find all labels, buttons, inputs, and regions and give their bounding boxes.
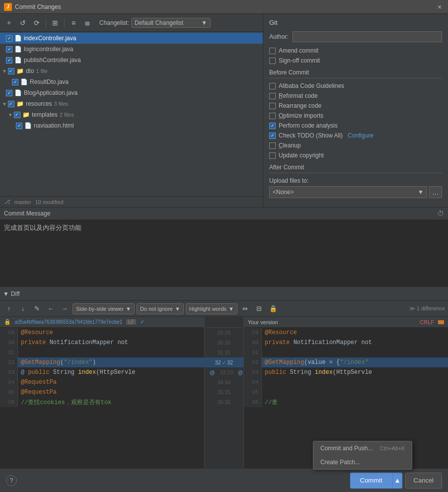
line-content: @Resource (18, 329, 204, 336)
line-number: 29 (244, 328, 262, 338)
reformat-checkbox[interactable] (269, 93, 276, 99)
bottom-right: Commit and Push... Ctrl+Alt+K Create Pat… (350, 473, 442, 489)
diff-title-label: Diff (11, 290, 20, 297)
lock-icon[interactable]: 🔒 (267, 303, 279, 314)
amend-commit-checkbox[interactable] (269, 48, 276, 54)
expand-all-button[interactable]: ≡ (68, 17, 79, 29)
file-checkbox[interactable] (6, 90, 12, 96)
rearrange-checkbox[interactable] (269, 103, 276, 109)
list-item[interactable]: 📄 publishController.java (0, 55, 263, 66)
copyright-row: Update copyright (269, 152, 442, 159)
diff-line: 31 (244, 348, 448, 357)
folder-checkbox[interactable] (8, 68, 14, 74)
file-checkbox[interactable] (6, 35, 12, 42)
viewer-label: Side-by-side viewer (76, 306, 124, 312)
file-label: logincontroller.java (24, 46, 73, 53)
commit-message-section: Commit Message ⏱ 完成首页以及内容分页功能 (0, 208, 448, 287)
line-content: @ public String index(HttpServle (18, 369, 204, 376)
add-button[interactable]: ＋ (3, 17, 15, 29)
highlight-dropdown-arrow: ▼ (228, 306, 234, 312)
collapse-all-button[interactable]: ≣ (81, 17, 93, 29)
diff-line: 36 //查 (244, 397, 448, 407)
changelist-dropdown[interactable]: Default Changelist ▼ (131, 18, 211, 28)
rearrange-row: Rearrange code (269, 102, 442, 109)
branch-icon: ⎇ (4, 199, 10, 205)
prev-diff-button[interactable]: ← (45, 303, 57, 314)
edit-button[interactable]: ✎ (31, 303, 43, 314)
checktodo-checkbox[interactable] (269, 133, 276, 139)
create-patch-item[interactable]: Create Patch... (313, 455, 412, 469)
file-checkbox[interactable] (16, 123, 22, 129)
diff-title[interactable]: ▼ Diff (3, 290, 20, 297)
list-item[interactable]: 📄 naviaation.html (0, 120, 263, 131)
bottom-bar: ? Commit and Push... Ctrl+Alt+K Create P… (0, 468, 448, 492)
commit-and-push-label: Commit and Push... (320, 445, 373, 452)
highlight-label: Highlight words (189, 306, 226, 312)
author-input[interactable] (293, 31, 442, 42)
line-number: 32 (244, 357, 262, 367)
toolbar-sep-1 (46, 18, 46, 27)
diff-line: 32 @GetMapping("/index") (0, 357, 204, 367)
line-number: 33 (244, 367, 262, 377)
next-diff-button[interactable]: → (59, 303, 71, 314)
diff-left-panel: 🔒 a35a4bf9aea7638386553a7941fde1779e7ecb… (0, 317, 204, 468)
undo-button[interactable]: ↺ (17, 17, 29, 29)
diff-line: 30 private NotificationMapper not (0, 338, 204, 348)
file-tree-panel: ＋ ↺ ⟳ ⊞ ≡ ≣ Changelist: Default Changeli… (0, 14, 263, 207)
ignore-label: Do not ignore (140, 306, 173, 312)
file-label: publishController.java (24, 57, 81, 64)
list-item[interactable]: 📄 indexController.java (0, 33, 263, 44)
ignore-dropdown[interactable]: Do not ignore ▼ (137, 303, 184, 314)
commit-and-push-item[interactable]: Commit and Push... Ctrl+Alt+K (313, 441, 412, 455)
diff-left-lines[interactable]: 29 @Resource 30 private NotificationMapp… (0, 328, 204, 468)
commit-message-input[interactable]: 完成首页以及内容分页功能 (0, 219, 448, 286)
group-button[interactable]: ⊞ (49, 17, 61, 29)
side-by-side-icon[interactable]: ⊟ (253, 303, 265, 314)
viewer-dropdown[interactable]: Side-by-side viewer ▼ (73, 303, 135, 314)
cleanup-label: Cleanup (279, 142, 301, 149)
file-label: ResultDto.java (30, 78, 69, 85)
align-button[interactable]: ⇔ (239, 303, 251, 314)
list-item[interactable]: 📄 logincontroller.java (0, 44, 263, 55)
scroll-down-button[interactable]: ↓ (17, 303, 29, 314)
help-icon: ? (10, 477, 13, 484)
branch-name: master (14, 199, 31, 205)
configure-link[interactable]: Configure (348, 132, 373, 139)
file-checkbox[interactable] (6, 57, 12, 64)
commit-dropdown-button[interactable]: ▲ (392, 473, 402, 489)
signoff-commit-checkbox[interactable] (269, 58, 276, 64)
help-button[interactable]: ? (6, 475, 17, 486)
list-item[interactable]: 📄 ResultDto.java (0, 76, 263, 87)
upload-dropdown[interactable]: <None> ▼ (269, 186, 427, 198)
file-checkbox[interactable] (6, 46, 12, 53)
signoff-commit-label: Sign-off commit (279, 57, 320, 64)
cancel-button[interactable]: Cancel (405, 473, 442, 489)
optimize-checkbox[interactable] (269, 113, 276, 119)
list-item[interactable]: ▼ 📁 templates 2 files (0, 109, 263, 120)
scroll-up-button[interactable]: ↑ (3, 303, 15, 314)
diff-center-line: 32 ✓ 32 (205, 357, 243, 367)
line-content: //查找cookies，观察是否有tok (18, 398, 204, 407)
folder-meta: 1 file (36, 68, 48, 74)
copyright-checkbox[interactable] (269, 152, 276, 159)
commit-button[interactable]: Commit (350, 473, 392, 489)
refresh-button[interactable]: ⟳ (31, 17, 43, 29)
upload-more-button[interactable]: … (429, 186, 442, 198)
folder-checkbox[interactable] (14, 112, 20, 118)
cleanup-checkbox[interactable] (269, 142, 276, 149)
line-number: 30 (0, 338, 18, 348)
java-file-icon: 📄 (14, 46, 22, 53)
list-item[interactable]: ▼ 📁 dto 1 file (0, 66, 263, 76)
history-icon[interactable]: ⏱ (437, 210, 444, 217)
diff-line: 35 @RequestPa (0, 387, 204, 397)
folder-checkbox[interactable] (8, 101, 14, 107)
highlight-dropdown[interactable]: Highlight words ▼ (186, 303, 237, 314)
list-item[interactable]: ▼ 📁 resources 3 files (0, 98, 263, 109)
close-button[interactable]: × (435, 2, 444, 11)
file-checkbox[interactable] (12, 79, 18, 85)
alibaba-row: Alibaba Code Guidelines (269, 82, 442, 89)
folder-label: resources (26, 100, 52, 107)
analyze-checkbox[interactable] (269, 123, 276, 129)
list-item[interactable]: 📄 BlogApplication.java (0, 87, 263, 98)
alibaba-checkbox[interactable] (269, 83, 276, 89)
